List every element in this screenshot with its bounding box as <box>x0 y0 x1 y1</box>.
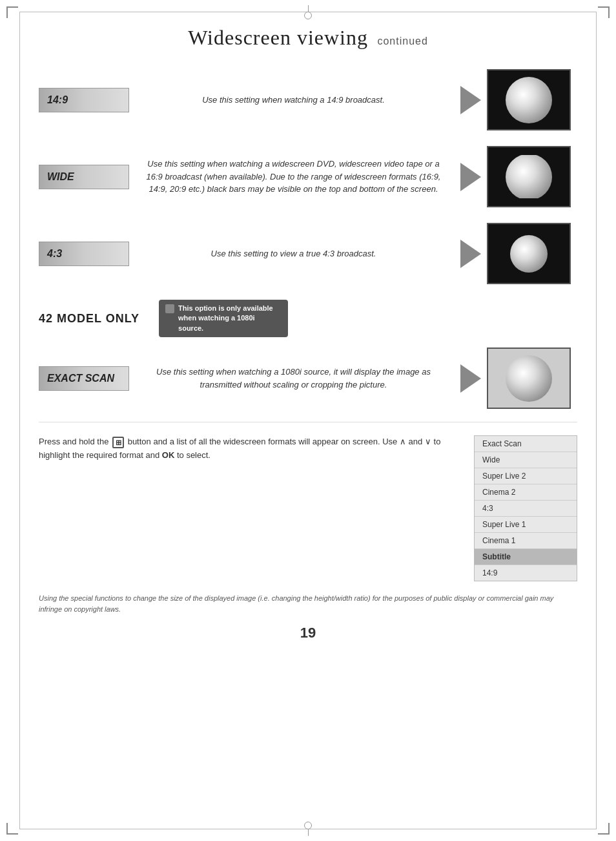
bottom-text-line1: Press and hold the <box>39 437 108 446</box>
corner-tl <box>6 6 18 18</box>
corner-bl <box>6 823 18 835</box>
format-item-149: 14:9 <box>475 565 577 581</box>
desc-149: Use this setting when watching a 14:9 br… <box>132 94 455 107</box>
page: Widescreen viewing continued 14:9 Use th… <box>0 0 616 841</box>
section-149: 14:9 Use this setting when watching a 14… <box>39 69 577 130</box>
sphere-exact-scan <box>506 355 552 402</box>
format-item-super-live-2: Super Live 2 <box>475 468 577 484</box>
label-exact-scan: EXACT SCAN <box>39 366 132 391</box>
page-number: 19 <box>39 625 577 641</box>
and-text: and <box>409 437 425 446</box>
bottom-text-line4: to select. <box>177 450 210 460</box>
wide-bar-bottom <box>488 198 570 206</box>
notice-icon <box>165 304 174 313</box>
desc-exact-scan: Use this setting when watching a 1080i s… <box>132 366 455 391</box>
page-header: Widescreen viewing continued <box>39 26 577 50</box>
ok-label: OK <box>162 450 175 460</box>
desc-wide: Use this setting when watching a widescr… <box>132 158 455 196</box>
border-right <box>596 12 597 829</box>
page-title-main: Widescreen viewing <box>188 26 368 49</box>
side-bar-right <box>559 224 570 283</box>
tv-screen-wide <box>487 146 571 207</box>
label-badge-wide: WIDE <box>39 165 129 189</box>
arrow-right-icon <box>460 86 481 114</box>
footer-note: Using the special functions to change th… <box>39 593 577 614</box>
format-item-cinema-2: Cinema 2 <box>475 484 577 501</box>
label-wide: WIDE <box>39 165 132 189</box>
center-mark-bottom <box>304 822 312 836</box>
format-item-43: 4:3 <box>475 501 577 517</box>
tv-screen-exact-scan <box>487 348 571 409</box>
section-43: 4:3 Use this setting to view a true 4:3 … <box>39 223 577 284</box>
format-item-super-live-1: Super Live 1 <box>475 517 577 533</box>
arrow-exact-scan <box>455 364 487 393</box>
sphere-43 <box>510 235 548 273</box>
arrow-149 <box>455 86 487 114</box>
corner-br <box>598 823 610 835</box>
label-badge-exact-scan: EXACT SCAN <box>39 366 129 391</box>
center-mark-top <box>304 5 312 19</box>
model-only-label: 42 MODEL ONLY <box>39 312 139 326</box>
tv-screen-43 <box>487 223 571 284</box>
bottom-text-line2: button and a list of all the widescreen … <box>128 437 398 446</box>
notice-text: This option is only available when watch… <box>178 304 282 333</box>
page-title-sub: continued <box>377 36 427 47</box>
preview-43 <box>487 223 577 284</box>
preview-149 <box>487 69 577 130</box>
label-43: 4:3 <box>39 242 132 266</box>
side-bar-left <box>488 224 498 283</box>
format-item-wide: Wide <box>475 452 577 468</box>
arrow-right-icon-43 <box>460 240 481 268</box>
arrow-wide <box>455 163 487 191</box>
preview-exact-scan <box>487 348 577 409</box>
model-only-section: 42 MODEL ONLY This option is only availa… <box>39 300 577 337</box>
border-left <box>19 12 20 829</box>
format-item-exact-scan: Exact Scan <box>475 436 577 452</box>
tv-screen-149 <box>487 69 571 130</box>
arrow-43 <box>455 240 487 268</box>
up-arrow-glyph: ∧ <box>400 437 409 446</box>
section-exact-scan: EXACT SCAN Use this setting when watchin… <box>39 348 577 409</box>
format-list: Exact Scan Wide Super Live 2 Cinema 2 4:… <box>474 435 577 581</box>
bottom-instruction-text: Press and hold the ⊞ button and a list o… <box>39 435 455 462</box>
down-arrow-glyph: ∨ <box>425 437 434 446</box>
wide-bar-top <box>488 147 570 155</box>
corner-tr <box>598 6 610 18</box>
format-item-cinema-1: Cinema 1 <box>475 533 577 549</box>
notice-bubble: This option is only available when watch… <box>159 300 288 337</box>
preview-wide <box>487 146 577 207</box>
section-wide: WIDE Use this setting when watching a wi… <box>39 146 577 207</box>
label-badge-149: 14:9 <box>39 88 129 112</box>
sphere-wide <box>506 154 552 200</box>
arrow-right-icon-wide <box>460 163 481 191</box>
desc-43: Use this setting to view a true 4:3 broa… <box>132 247 455 260</box>
bottom-section: Press and hold the ⊞ button and a list o… <box>39 435 577 581</box>
arrow-right-icon-exact-scan <box>460 364 481 393</box>
label-badge-43: 4:3 <box>39 242 129 266</box>
label-149: 14:9 <box>39 88 132 112</box>
format-button-icon: ⊞ <box>112 437 124 448</box>
separator <box>39 422 577 422</box>
format-item-subtitle: Subtitle <box>475 549 577 565</box>
sphere-149 <box>506 77 552 123</box>
